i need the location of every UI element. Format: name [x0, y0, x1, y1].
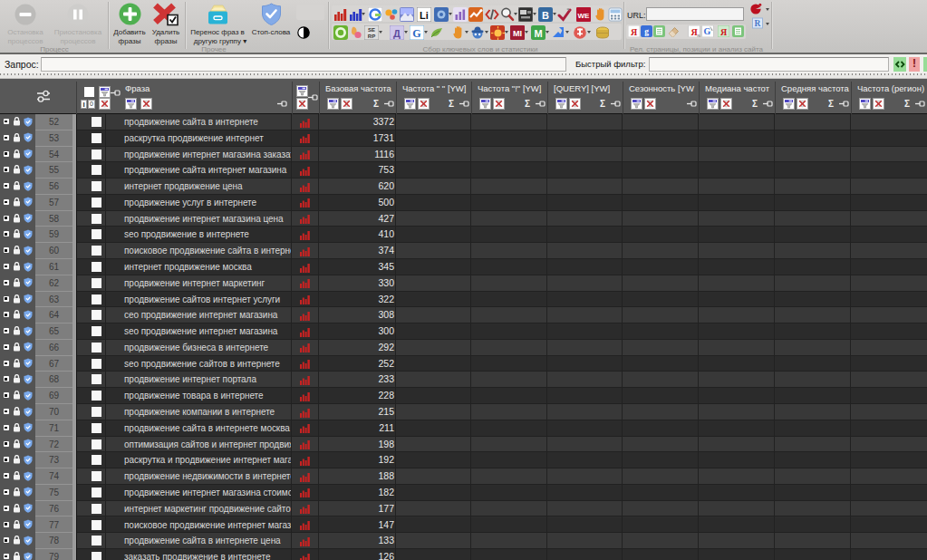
svg-text:M: M	[534, 28, 542, 39]
svg-text:MI: MI	[513, 29, 522, 38]
svg-text:Rel: Rel	[698, 34, 701, 38]
svg-text:g: g	[644, 27, 649, 36]
svg-text:Я: Я	[720, 27, 728, 37]
svg-text:G: G	[412, 27, 420, 40]
svg-text:G: G	[704, 26, 711, 36]
svg-text:Я: Я	[631, 27, 638, 37]
svg-text:WE: WE	[578, 12, 591, 20]
svg-text:RP: RP	[368, 34, 375, 39]
svg-text:SE: SE	[368, 27, 375, 33]
svg-text:Д: Д	[393, 28, 401, 39]
svg-text:R: R	[755, 19, 761, 28]
svg-text:Li: Li	[420, 10, 429, 21]
svg-text:B: B	[542, 10, 549, 21]
